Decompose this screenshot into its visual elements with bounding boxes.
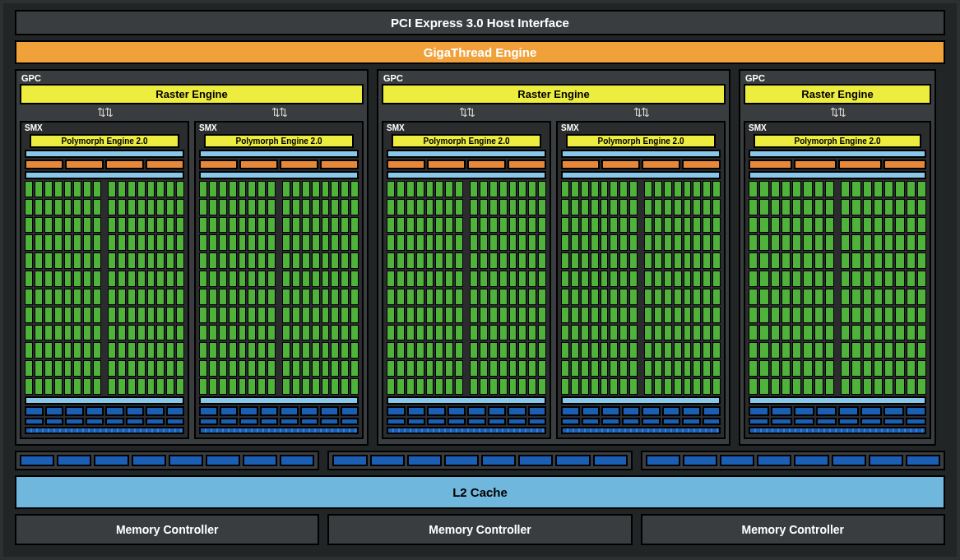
cuda-core — [610, 360, 618, 377]
raster-engine: Raster Engine — [20, 84, 364, 104]
cuda-core — [712, 360, 721, 377]
cuda-core — [601, 307, 609, 323]
cuda-core — [455, 289, 463, 305]
cuda-core — [759, 360, 768, 377]
cuda-core — [455, 217, 463, 234]
cuda-core — [489, 289, 498, 305]
cuda-core — [445, 325, 453, 341]
cuda-core — [35, 217, 43, 234]
cuda-core — [591, 325, 599, 341]
cuda-core — [781, 325, 791, 341]
lsu-unit — [25, 406, 44, 416]
cuda-core — [322, 289, 330, 305]
cuda-core — [44, 325, 53, 341]
cuda-core — [825, 271, 834, 287]
cuda-core-row — [387, 289, 546, 305]
cuda-core — [387, 307, 395, 323]
cuda-core-row — [561, 307, 721, 323]
cuda-core — [25, 271, 33, 287]
cuda-core — [219, 325, 227, 341]
cuda-core — [693, 360, 701, 377]
cuda-core — [489, 271, 498, 287]
cuda-core — [654, 378, 662, 395]
cuda-core — [489, 199, 498, 215]
cuda-core — [629, 342, 638, 359]
cuda-core — [416, 307, 424, 323]
cuda-core — [814, 289, 823, 305]
cuda-core — [455, 199, 463, 215]
bidirectional-arrow-icon: ⇅⇅ — [382, 107, 551, 118]
cuda-core — [749, 378, 758, 395]
rop-unit — [20, 455, 54, 466]
cuda-core — [664, 289, 672, 305]
cuda-core — [528, 252, 536, 269]
cuda-core — [470, 217, 478, 234]
cuda-core-row — [749, 181, 926, 197]
cuda-core — [693, 217, 701, 234]
cuda-core — [470, 234, 478, 251]
cuda-core — [907, 271, 916, 287]
cuda-core — [282, 181, 290, 197]
cuda-core — [83, 289, 91, 305]
cuda-core — [664, 360, 672, 377]
cuda-core-row — [199, 307, 359, 323]
sfu-unit — [407, 418, 426, 425]
cuda-core — [445, 307, 453, 323]
cuda-core — [292, 307, 300, 323]
cuda-core — [561, 289, 569, 305]
cuda-core — [841, 234, 850, 251]
cuda-core-grid — [561, 181, 721, 395]
cuda-core — [917, 289, 926, 305]
cuda-core — [571, 289, 579, 305]
cuda-core — [619, 181, 628, 197]
cuda-core — [538, 360, 546, 377]
interconnect-bar — [25, 396, 184, 405]
cuda-core — [44, 271, 53, 287]
cuda-core — [73, 325, 81, 341]
cuda-core — [610, 181, 618, 197]
cuda-core — [895, 342, 904, 359]
cuda-core — [257, 252, 266, 269]
rop-unit — [683, 455, 717, 466]
cuda-core — [863, 181, 872, 197]
cuda-core — [749, 252, 758, 269]
cuda-core — [674, 271, 682, 287]
cuda-core — [803, 360, 812, 377]
cuda-core — [591, 199, 599, 215]
cuda-core — [166, 342, 174, 359]
cuda-core — [219, 199, 227, 215]
cuda-core — [703, 199, 711, 215]
cuda-core — [664, 307, 672, 323]
cuda-core — [229, 217, 237, 234]
cuda-core — [209, 234, 217, 251]
cuda-core — [147, 378, 155, 395]
cuda-core — [693, 378, 701, 395]
cuda-core — [108, 325, 116, 341]
cuda-core — [209, 342, 217, 359]
cuda-core — [581, 360, 589, 377]
cuda-core — [248, 199, 256, 215]
cuda-core — [561, 271, 569, 287]
lsu-row — [749, 406, 926, 416]
sfu-unit — [320, 418, 339, 425]
cuda-core — [166, 181, 174, 197]
cuda-core — [54, 289, 63, 305]
cuda-core-row — [561, 217, 721, 234]
cuda-core — [749, 217, 758, 234]
cuda-core — [851, 234, 860, 251]
sfu-unit — [794, 418, 814, 425]
cuda-core — [781, 199, 791, 215]
sfu-unit — [86, 418, 104, 425]
cuda-core — [341, 234, 349, 251]
rop-unit — [407, 455, 442, 466]
register-file-bar — [199, 171, 359, 179]
cuda-core — [176, 217, 184, 234]
cuda-core — [781, 289, 791, 305]
cuda-core-row — [387, 181, 546, 197]
cuda-core — [712, 252, 721, 269]
cuda-core — [571, 181, 579, 197]
cuda-core — [54, 271, 63, 287]
cuda-core — [137, 199, 146, 215]
cuda-core — [282, 307, 290, 323]
cuda-core — [528, 342, 536, 359]
